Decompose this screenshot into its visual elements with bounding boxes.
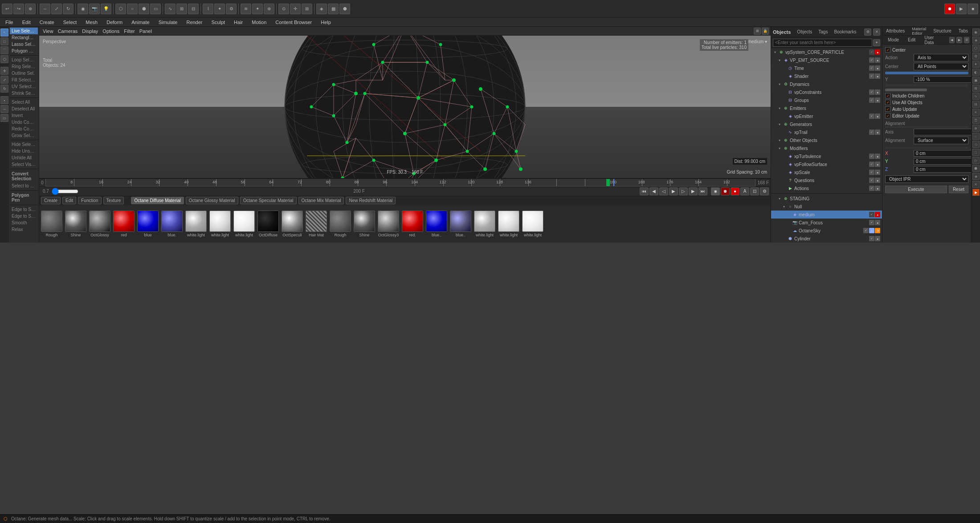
sidebar-select-all[interactable]: Select All — [10, 99, 38, 105]
menu-help[interactable]: Help — [319, 19, 333, 26]
tool-points[interactable]: • — [0, 96, 8, 104]
material-item-blue2[interactable]: blue. — [161, 211, 183, 237]
viewport-maximize-icon[interactable]: ⊞ — [754, 28, 761, 35]
attr-axis-input[interactable] — [914, 129, 971, 135]
material-tab-octane-diffuse[interactable]: Octane Diffuse Material — [131, 197, 184, 204]
material-tab-redshift[interactable]: New Redshift Material — [346, 197, 396, 204]
menu-hair[interactable]: Hair — [232, 19, 245, 26]
right-col-icon-20[interactable]: ✕ — [972, 181, 980, 188]
tool-polygons[interactable]: ▭ — [0, 114, 8, 122]
vis-icon-16[interactable]: ● — [875, 130, 880, 135]
attr-slider-x[interactable] — [885, 72, 968, 74]
material-item-specular1[interactable]: OctSpeculi — [282, 211, 303, 237]
attr-alignment-dropdown[interactable]: Surface — [914, 137, 968, 144]
sidebar-undo-command[interactable]: Undo Command — [10, 119, 38, 126]
menu-deform[interactable]: Deform — [105, 19, 124, 26]
vis-icon-25[interactable]: ✓ — [869, 186, 874, 191]
tree-item-xptrail[interactable]: ∿ xpTrail ✓ ● — [771, 128, 882, 136]
vis-icon-10[interactable]: ● — [875, 89, 880, 95]
toolbar-icon-rotate[interactable]: ↻ — [63, 4, 74, 14]
tool-move[interactable]: ✛ — [0, 67, 8, 75]
right-col-icon-4[interactable]: ⚙ — [972, 53, 980, 60]
toolbar-icon-extrude[interactable]: ⊞ — [176, 4, 187, 14]
menu-mesh[interactable]: Mesh — [84, 19, 99, 26]
menu-select[interactable]: Select — [61, 19, 79, 26]
material-item-white5[interactable]: white.light — [498, 211, 519, 237]
attr-center-dropdown[interactable]: All Points — [914, 63, 968, 70]
attr-y-coord-input[interactable] — [914, 158, 971, 165]
vis-icon-31[interactable]: ✓ — [863, 228, 869, 233]
sidebar-unhide-all[interactable]: Unhide All — [10, 154, 38, 161]
tree-item-dynamics[interactable]: ▾ ⚙ Dynamics — [771, 80, 882, 88]
vis-icon-26[interactable]: ● — [875, 186, 880, 191]
viewport-menu-cameras[interactable]: Cameras — [56, 28, 80, 35]
material-tab-texture[interactable]: Texture — [103, 197, 124, 204]
right-col-icon-16[interactable]: □ — [972, 149, 980, 156]
attr-execute-button[interactable]: Execute — [885, 186, 947, 193]
vis-icon-11[interactable]: ✓ — [869, 97, 874, 103]
vis-icon-3[interactable]: ✓ — [869, 57, 874, 63]
tree-item-vpemitter[interactable]: ◈ vpEmitter ✓ ● — [771, 112, 882, 120]
vis-icon-27[interactable]: ✓ — [869, 212, 874, 217]
sidebar-fill-selection[interactable]: Fill Selection — [10, 77, 38, 83]
material-tab-create[interactable]: Create — [41, 197, 61, 204]
right-col-icon-21[interactable]: ▶ — [972, 189, 980, 196]
tree-item-questions[interactable]: ? Questions ✓ ● — [771, 176, 882, 184]
sidebar-polygon-selection[interactable]: Polygon Selection — [10, 48, 38, 54]
material-item-diffuse1[interactable]: OctDiffuse — [257, 211, 279, 237]
material-item-octglossy1[interactable]: OctGlossy — [89, 211, 110, 237]
objects-close-icon[interactable]: ✕ — [873, 28, 880, 36]
vis-icon-24[interactable]: ● — [875, 178, 880, 183]
tree-item-generators[interactable]: ▾ ⊕ Generators — [771, 120, 882, 128]
attr-z-coord-input[interactable] — [914, 166, 971, 173]
sidebar-select-visible[interactable]: Select Visible — [10, 161, 38, 168]
transport-prev-frame[interactable]: ◀ — [649, 187, 658, 195]
tree-item-vpemtsource[interactable]: ▾ ◈ VP_EMT_SOURCE ✓ ● — [771, 56, 882, 64]
material-tab-function[interactable]: Function — [78, 197, 101, 204]
vis-icon-14[interactable]: ● — [875, 114, 880, 119]
tree-item-actions[interactable]: ▶ Actions ✓ ● — [771, 184, 882, 192]
tree-item-xpscale[interactable]: ◈ xpScale ✓ ● — [771, 168, 882, 176]
right-col-icon-9[interactable]: ∿ — [972, 93, 980, 100]
material-item-blue1[interactable]: blue — [137, 211, 159, 237]
material-item-white2[interactable]: white.light — [209, 211, 231, 237]
toolbar-icon-mograph[interactable]: ✦ — [214, 4, 225, 14]
material-item-white6[interactable]: white.light — [522, 211, 543, 237]
tree-item-medium[interactable]: ◈ medium ✓ ● — [771, 211, 882, 219]
transport-go-end[interactable]: ⏭ — [698, 187, 707, 195]
transport-slider[interactable] — [52, 189, 78, 194]
tree-item-cylinder[interactable]: ⬢ Cylinder ✓ ● — [771, 235, 882, 243]
material-item-shine2[interactable]: Shine — [354, 211, 375, 237]
right-col-icon-19[interactable]: ◈ — [972, 173, 980, 180]
menu-animate[interactable]: Animate — [130, 19, 151, 26]
attr-slider-z[interactable] — [885, 89, 927, 91]
timeline[interactable]: 0 — [39, 178, 771, 186]
vis-icon-1[interactable]: ✓ — [869, 49, 874, 55]
vis-icon-30[interactable]: ● — [875, 220, 880, 225]
tree-item-camfocus[interactable]: 📷 Cam_Focus ✓ ● — [771, 219, 882, 227]
right-col-icon-6[interactable]: ◐ — [972, 69, 980, 76]
vis-icon-35[interactable]: ● — [875, 236, 880, 241]
right-col-icon-11[interactable]: ≡ — [972, 109, 980, 116]
vis-icon-22[interactable]: ● — [875, 170, 880, 175]
vis-icon-28[interactable]: ● — [875, 212, 880, 217]
sidebar-outline-selection[interactable]: Outline Sel. — [10, 70, 38, 77]
attr-menu-icon[interactable]: ☰ — [964, 37, 969, 43]
menu-render[interactable]: Render — [184, 19, 204, 26]
tool-rotate[interactable]: ↻ — [0, 85, 8, 93]
right-col-icon-14[interactable]: ○ — [972, 133, 980, 140]
objects-filter-icon[interactable]: ▾ — [873, 39, 880, 46]
sidebar-loop-selection[interactable]: Loop Selection — [10, 57, 38, 63]
vis-icon-2[interactable]: ● — [875, 49, 880, 55]
toolbar-icon-play[interactable]: ▶ — [956, 4, 967, 14]
menu-simulate[interactable]: Simulate — [157, 19, 180, 26]
material-item-rough1[interactable]: Rough — [41, 211, 62, 237]
attr-x-coord-input[interactable] — [914, 150, 971, 157]
right-col-icon-2[interactable]: ◈ — [972, 36, 980, 44]
transport-next-frame[interactable]: ▶ — [689, 187, 698, 195]
sidebar-edge-to-spline2[interactable]: Edge to Spline — [10, 213, 38, 219]
material-item-blue3[interactable]: blue.. — [426, 211, 447, 237]
tool-polygon-selection[interactable]: ⬡ — [0, 55, 8, 63]
toolbar-icon-scale[interactable]: ⤢ — [51, 4, 62, 14]
material-item-red2[interactable]: red. — [402, 211, 423, 237]
